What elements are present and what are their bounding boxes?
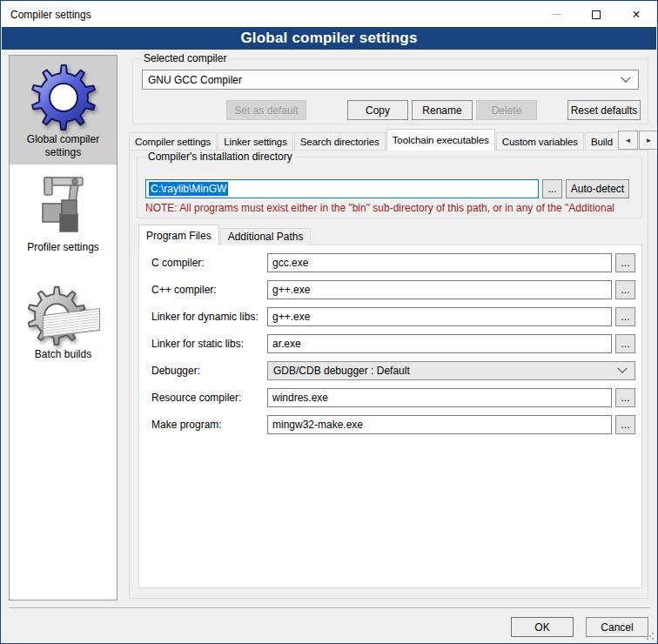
minimize-icon: [552, 14, 561, 15]
blue-gear-icon: [10, 60, 117, 133]
set-as-default-button: Set as default: [226, 100, 306, 120]
tab-additional-paths[interactable]: Additional Paths: [220, 228, 312, 245]
debugger-select-value: GDB/CDB debugger : Default: [268, 365, 619, 377]
field-label: Make program:: [151, 415, 222, 434]
program-files-page: C compiler: gcc.exe ... C++ compiler: g+…: [138, 245, 642, 588]
arrow-left-icon: ◄: [625, 137, 632, 144]
tab-custom-variables[interactable]: Custom variables: [496, 132, 584, 151]
cancel-button[interactable]: Cancel: [586, 617, 648, 637]
field-row-dynamic-linker: Linker for dynamic libs: g++.exe ...: [139, 307, 641, 326]
rename-button[interactable]: Rename: [412, 100, 473, 120]
c-compiler-browse-button[interactable]: ...: [615, 253, 635, 272]
field-label: Debugger:: [151, 361, 200, 380]
auto-detect-button[interactable]: Auto-detect: [566, 179, 629, 198]
tab-compiler-settings[interactable]: Compiler settings: [129, 132, 217, 151]
tab-linker-settings[interactable]: Linker settings: [218, 132, 293, 151]
c-compiler-input[interactable]: gcc.exe: [267, 253, 612, 272]
tab-program-files[interactable]: Program Files: [138, 225, 219, 245]
cpp-compiler-browse-button[interactable]: ...: [615, 280, 635, 299]
sidebar-item-batch-builds[interactable]: Batch builds: [10, 282, 117, 366]
field-row-cpp-compiler: C++ compiler: g++.exe ...: [139, 280, 641, 299]
gray-gear-stack-icon: [10, 282, 117, 348]
installation-directory-input[interactable]: C:\raylib\MinGW: [145, 179, 539, 198]
maximize-button[interactable]: [576, 2, 616, 27]
selected-compiler-group: Selected compiler GNU GCC Compiler Set a…: [132, 58, 648, 124]
debugger-select[interactable]: GDB/CDB debugger : Default: [267, 361, 635, 380]
tab-scroll-left-button[interactable]: ◄: [618, 131, 638, 150]
compiler-select[interactable]: GNU GCC Compiler: [142, 70, 639, 90]
settings-category-list: Global compiler settings: [9, 55, 118, 600]
delete-button: Delete: [476, 100, 537, 120]
footer-divider: [10, 607, 650, 609]
field-label: C++ compiler:: [151, 280, 217, 299]
compiler-select-value: GNU GCC Compiler: [143, 74, 622, 86]
field-label: Linker for static libs:: [151, 334, 244, 353]
chevron-down-icon: [617, 364, 627, 373]
page-title: Global compiler settings: [240, 30, 417, 47]
sidebar-item-label: Global compiler settings: [10, 133, 117, 164]
sidebar-item-global-compiler-settings[interactable]: Global compiler settings: [10, 56, 117, 164]
settings-tabstrip: Compiler settings Linker settings Search…: [129, 129, 618, 151]
close-button[interactable]: ×: [616, 2, 656, 27]
field-row-make-program: Make program: mingw32-make.exe ...: [139, 415, 641, 434]
sidebar-item-label: Profiler settings: [10, 241, 117, 259]
tab-build[interactable]: Build: [585, 132, 618, 151]
window-title: Compiler settings: [10, 9, 91, 21]
minimize-button: [536, 2, 576, 27]
dynamic-linker-input[interactable]: g++.exe: [267, 307, 612, 326]
field-label: Resource compiler:: [151, 388, 241, 407]
copy-button[interactable]: Copy: [347, 100, 408, 120]
make-program-browse-button[interactable]: ...: [615, 415, 635, 434]
maximize-icon: [592, 10, 601, 19]
field-label: C compiler:: [151, 253, 205, 272]
titlebar[interactable]: Compiler settings ×: [2, 2, 656, 27]
chevron-down-icon: [621, 72, 630, 82]
close-icon: ×: [632, 8, 640, 22]
arrow-right-icon: ►: [646, 137, 653, 144]
resource-compiler-input[interactable]: windres.exe: [267, 388, 612, 407]
sidebar-item-profiler-settings[interactable]: Profiler settings: [10, 171, 117, 259]
group-label: Selected compiler: [140, 52, 230, 64]
installation-directory-value: C:\raylib\MinGW: [149, 182, 228, 196]
caliper-icon: [10, 171, 117, 241]
sidebar-item-label: Batch builds: [10, 348, 117, 366]
reset-defaults-button[interactable]: Reset defaults: [567, 100, 641, 120]
cpp-compiler-input[interactable]: g++.exe: [267, 280, 612, 299]
program-files-tabstrip: Program Files Additional Paths: [138, 225, 312, 245]
field-row-resource-compiler: Resource compiler: windres.exe ...: [139, 388, 641, 407]
bin-subdirectory-note: NOTE: All programs must exist either in …: [145, 202, 642, 214]
resize-grip[interactable]: [646, 632, 655, 641]
tab-toolchain-executables[interactable]: Toolchain executables: [386, 129, 495, 151]
static-linker-input[interactable]: ar.exe: [267, 334, 612, 353]
resource-compiler-browse-button[interactable]: ...: [615, 388, 635, 407]
dynamic-linker-browse-button[interactable]: ...: [615, 307, 635, 326]
field-label: Linker for dynamic libs:: [151, 307, 258, 326]
make-program-input[interactable]: mingw32-make.exe: [267, 415, 612, 434]
tab-scroll-right-button[interactable]: ►: [639, 131, 658, 150]
ok-button[interactable]: OK: [511, 617, 574, 637]
group-label: Compiler's installation directory: [144, 151, 296, 163]
field-row-debugger: Debugger: GDB/CDB debugger : Default: [139, 361, 641, 380]
tab-search-directories[interactable]: Search directories: [294, 132, 386, 151]
dialog-header: Global compiler settings: [2, 27, 656, 50]
compiler-settings-dialog: Compiler settings × Global compiler sett…: [0, 0, 658, 644]
installation-directory-browse-button[interactable]: ...: [542, 179, 562, 198]
field-row-static-linker: Linker for static libs: ar.exe ...: [139, 334, 641, 353]
field-row-c-compiler: C compiler: gcc.exe ...: [139, 253, 641, 272]
static-linker-browse-button[interactable]: ...: [615, 334, 635, 353]
